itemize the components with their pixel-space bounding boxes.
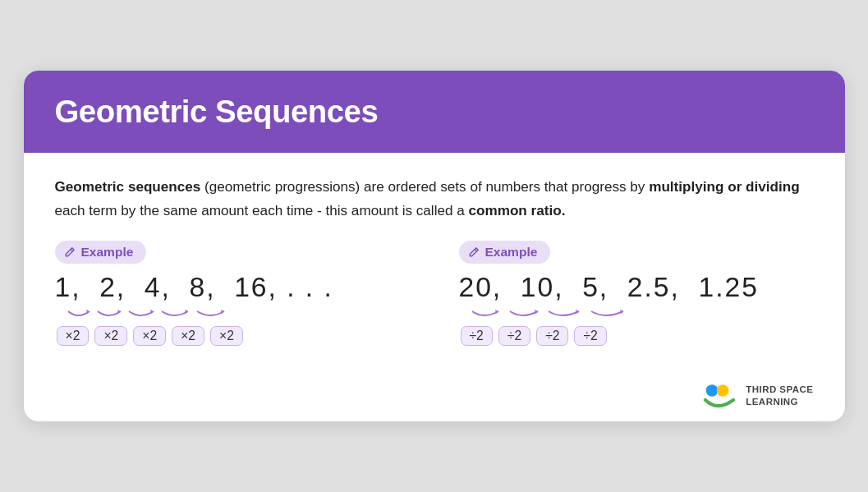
- example-badge-2: Example: [459, 241, 551, 264]
- svg-point-10: [717, 384, 729, 397]
- description-text: Geometric sequences (geometric progressi…: [55, 176, 814, 223]
- tsl-brand-icon: [701, 380, 737, 412]
- body-content: Geometric sequences (geometric progressi…: [24, 153, 845, 366]
- example-badge-1: Example: [55, 241, 147, 264]
- tsl-brand-text: THIRD SPACELEARNING: [746, 384, 813, 408]
- multipliers-row-1: ×2 ×2 ×2 ×2 ×2: [57, 326, 410, 346]
- example-badge-label-1: Example: [81, 245, 134, 260]
- multiplier-badge-1-3: ×2: [133, 326, 166, 346]
- multiplier-badge-2-1: ÷2: [461, 326, 493, 346]
- multiplier-badge-1-5: ×2: [210, 326, 243, 346]
- example-block-1: Example 1, 2, 4, 8, 16, . . .: [55, 241, 410, 346]
- desc-bold-3: common ratio.: [469, 203, 566, 218]
- sequence-numbers-2: 20, 10, 5, 2.5, 1.25: [459, 272, 814, 303]
- multiplier-badge-2-3: ÷2: [536, 326, 568, 346]
- main-card: Geometric Sequences Geometric sequences …: [24, 71, 845, 421]
- multiplier-badge-1-1: ×2: [57, 326, 90, 346]
- sequence-numbers-1: 1, 2, 4, 8, 16, . . .: [55, 272, 410, 303]
- pencil-icon-1: [63, 246, 76, 259]
- desc-bold-2: multiplying or dividing: [649, 179, 799, 195]
- desc-bold-1: Geometric sequences: [55, 179, 201, 195]
- header: Geometric Sequences: [24, 71, 845, 153]
- desc-text-2: each term by the same amount each time -…: [55, 203, 469, 218]
- example-block-2: Example 20, 10, 5, 2.5, 1.25: [459, 241, 814, 346]
- svg-point-9: [706, 384, 719, 397]
- sequence-arrows-1: [62, 305, 250, 323]
- example-badge-label-2: Example: [485, 245, 538, 260]
- page-title: Geometric Sequences: [55, 94, 814, 130]
- pencil-icon-2: [467, 246, 480, 259]
- arrows-row-1: [62, 305, 410, 323]
- footer: THIRD SPACELEARNING: [24, 366, 845, 421]
- arrows-row-2: [466, 305, 814, 323]
- multiplier-badge-1-2: ×2: [94, 326, 127, 346]
- tsl-logo: THIRD SPACELEARNING: [701, 380, 813, 412]
- examples-row: Example 1, 2, 4, 8, 16, . . .: [55, 241, 814, 346]
- desc-text-1: (geometric progressions) are ordered set…: [200, 179, 649, 195]
- sequence-arrows-2: [466, 305, 663, 323]
- multiplier-badge-2-4: ÷2: [574, 326, 606, 346]
- multiplier-badge-1-4: ×2: [172, 326, 204, 346]
- multipliers-row-2: ÷2 ÷2 ÷2 ÷2: [461, 326, 814, 346]
- multiplier-badge-2-2: ÷2: [498, 326, 530, 346]
